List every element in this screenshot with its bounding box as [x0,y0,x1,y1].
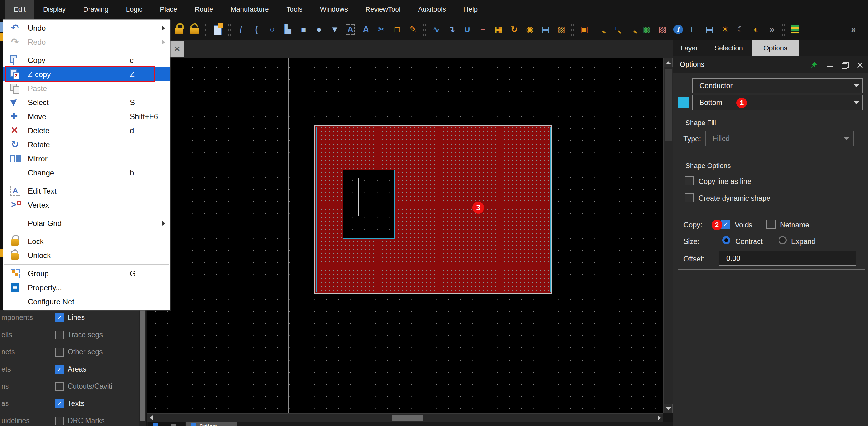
circle-tool-icon[interactable]: ○ [266,22,278,37]
menu-place[interactable]: Place [151,0,186,19]
tab-selection[interactable]: Selection [705,40,752,56]
night-mode-tool-icon[interactable]: ☾ [735,22,747,37]
scroll-up-icon[interactable] [664,58,673,67]
fill-type-dropdown[interactable]: Filled [705,131,854,146]
layers-tool-icon[interactable] [789,22,801,37]
edit-menu-item-rotate[interactable]: Rotate [3,138,170,152]
close-document-icon[interactable]: × [170,41,184,57]
menu-logic[interactable]: Logic [117,0,151,19]
report-tool-icon[interactable]: ▤ [703,22,716,37]
line-tool-icon[interactable]: / [235,22,247,37]
menu-tools[interactable]: Tools [277,0,311,19]
areas-checkbox[interactable] [55,365,64,374]
edit-menu-item-change[interactable]: Changeb [3,166,170,180]
chevron-down-icon[interactable] [850,79,862,93]
edit-menu-item-edit-text[interactable]: Edit Text [3,184,170,198]
edit-menu-item-select[interactable]: SelectS [3,95,170,110]
rect-outline-tool-icon[interactable]: □ [391,22,403,37]
expand-radio[interactable] [779,236,787,244]
canvas-vscrollbar[interactable] [663,58,673,414]
edit-menu-item-configure-net[interactable]: Configure Net [3,295,170,309]
green-hatch-tool-icon[interactable]: ▩ [641,22,653,37]
polygon-tool-icon[interactable]: ▙ [281,22,294,37]
menu-manufacture[interactable]: Manufacture [222,0,277,19]
lock-icon[interactable] [173,22,185,37]
info-tool-icon[interactable]: i [674,25,683,34]
menu-windows[interactable]: Windows [311,0,356,19]
menu-route[interactable]: Route [186,0,222,19]
zoom-out-tool-icon[interactable]: − [625,22,638,37]
text-frame-tool-icon[interactable]: A [344,22,356,37]
cut-tool-icon[interactable]: ✂ [375,22,388,37]
edit-menu-item-polar-grid[interactable]: Polar Grid [3,216,170,230]
rectangle-tool-icon[interactable]: ■ [297,22,310,37]
text-tool-icon[interactable]: A [360,22,372,37]
pin-list-tool-icon[interactable]: ≡ [477,22,489,37]
left-panel-scrollbar-thumb[interactable] [141,308,145,421]
sphere-tool-icon[interactable]: ◐ [750,22,763,37]
menu-display[interactable]: Display [34,0,74,19]
close-icon[interactable] [856,61,864,69]
texts-checkbox[interactable] [55,399,64,408]
red-hatch-tool-icon[interactable]: ▨ [656,22,669,37]
unlock-icon[interactable] [188,22,201,37]
edit-menu-item-undo[interactable]: Undo [3,21,170,35]
cutouts-caviti-checkbox[interactable] [55,382,64,391]
contract-radio[interactable] [722,236,731,244]
pad-tool-icon[interactable]: ◉ [524,22,536,37]
route-u-tool-icon[interactable]: ∪ [461,22,473,37]
menu-help[interactable]: Help [455,0,486,19]
fit-selection-tool-icon[interactable]: ▣ [578,22,591,37]
copy-line-as-line-checkbox[interactable] [685,176,694,185]
create-dynamic-shape-checkbox[interactable] [685,193,694,202]
edit-menu-item-mirror[interactable]: Mirror [3,152,170,166]
layer-type-dropdown[interactable]: Conductor [692,78,863,93]
polyline-tool-icon[interactable]: ∿ [430,22,442,37]
scroll-left-icon[interactable] [147,414,155,422]
scroll-down-icon[interactable] [664,404,673,413]
menu-drawing[interactable]: Drawing [74,0,117,19]
lines-checkbox[interactable] [55,313,64,322]
menu-auxitools[interactable]: Auxitools [409,0,455,19]
minimize-icon[interactable] [826,61,834,69]
circuit-pattern-tool-icon[interactable]: ▦ [492,22,505,37]
zoom-selection-tool-icon[interactable] [594,22,606,37]
overflow-chevron-2-icon[interactable]: » [847,22,860,37]
restore-icon[interactable] [840,61,849,69]
edit-menu-item-unlock[interactable]: Unlock [3,248,170,263]
cone-tool-icon[interactable]: ▼ [329,22,341,37]
tab-layer[interactable]: Layer [674,40,705,56]
canvas-hscrollbar[interactable] [147,414,663,422]
offset-input[interactable] [719,251,856,266]
canvas-vscrollbar-thumb[interactable] [665,69,672,141]
tab-options[interactable]: Options [752,40,799,56]
other-segs-checkbox[interactable] [55,348,64,357]
edit-menu-item-paste[interactable]: Paste [3,81,170,95]
ellipse-tool-icon[interactable]: ● [313,22,325,37]
menu-edit[interactable]: Edit [5,0,34,19]
route-arrow-tool-icon[interactable]: ↴ [445,22,458,37]
zoom-in-tool-icon[interactable]: + [609,22,622,37]
edit-menu-item-delete[interactable]: Deleted [3,124,170,138]
edit-menu-item-copy[interactable]: Copyc [3,53,170,67]
maze-tool-icon[interactable]: ▤ [539,22,552,37]
edit-menu-item-move[interactable]: MoveShift+F6 [3,110,170,124]
edit-menu-item-redo[interactable]: Redo [3,35,170,49]
drc-marks-checkbox[interactable] [55,417,64,425]
pin-icon[interactable] [809,61,818,69]
chevron-down-icon[interactable] [850,95,862,110]
menu-reviewtool[interactable]: ReviewTool [356,0,409,19]
edit-menu-item-lock[interactable]: Lock [3,234,170,248]
layer-name-dropdown[interactable]: Bottom 1 [692,95,863,110]
netname-checkbox[interactable] [766,219,776,229]
canvas-hscrollbar-thumb[interactable] [392,415,423,421]
scroll-right-icon[interactable] [655,414,663,422]
layer-tab-bottom[interactable]: Bottom [186,422,237,426]
copy-special-icon[interactable] [212,22,224,37]
trace-segs-checkbox[interactable] [55,331,64,339]
edit-menu-item-z-copy[interactable]: Z-copyZ [3,67,170,81]
voids-checkbox[interactable] [721,219,731,229]
layer-color-swatch[interactable] [678,97,689,108]
hatch-cursor-tool-icon[interactable]: ▨ [555,22,567,37]
ruler-tool-icon[interactable]: ∟ [687,22,700,37]
